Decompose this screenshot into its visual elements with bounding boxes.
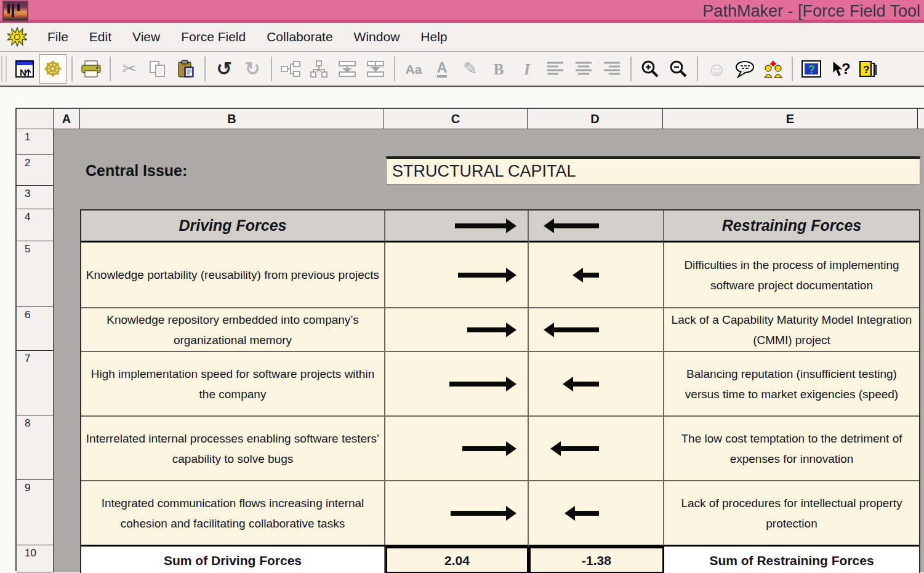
row-header-8[interactable]: 8 (17, 415, 54, 480)
svg-text:?: ? (863, 64, 869, 76)
paste-icon[interactable] (173, 55, 199, 83)
driving-force-cell[interactable]: Knowledge portability (reusability) from… (81, 242, 385, 308)
org-chart-right-icon[interactable] (278, 55, 303, 83)
row-header-2[interactable]: 2 (17, 155, 54, 186)
column-header-a[interactable]: A (54, 109, 80, 129)
menu-collaborate[interactable]: Collaborate (256, 30, 343, 44)
help-icon[interactable]: ? (798, 55, 824, 83)
force-field-table: Driving Forces Restraining Forces Sum of… (80, 209, 920, 573)
spreadsheet: ABCDE12345678910 Central Issue: STRUCTUR… (15, 108, 924, 571)
driving-arrow-icon (451, 506, 516, 521)
undo-icon[interactable]: ↺ (211, 55, 237, 83)
zoom-out-icon[interactable] (665, 55, 691, 83)
toolbar-grip[interactable] (1, 56, 7, 82)
cut-icon[interactable]: ✂ (116, 55, 142, 83)
copy-icon[interactable] (145, 55, 171, 83)
sum-restraining-label: Sum of Restraining Forces (664, 547, 919, 573)
help-topics-icon[interactable]: ? (855, 55, 881, 83)
merge-row-down-icon[interactable] (334, 55, 360, 83)
toolbar-separator (110, 57, 111, 81)
driving-force-cell[interactable]: Interrelated internal processes enabling… (81, 417, 385, 481)
row-header-5[interactable]: 5 (17, 241, 54, 307)
driving-force-cell[interactable]: High implementation speed for software p… (81, 352, 385, 417)
restraining-arrow-icon (550, 441, 599, 456)
column-header-d[interactable]: D (528, 109, 663, 129)
restraining-force-cell[interactable]: Lack of procedures for intellectual prop… (664, 481, 919, 547)
row-header-3[interactable]: 3 (17, 186, 54, 209)
restraining-force-cell[interactable]: The low cost temptation to the detriment… (664, 417, 919, 481)
sum-driving-label: Sum of Driving Forces (81, 547, 385, 573)
column-header-blank[interactable] (918, 109, 924, 129)
central-issue-input[interactable]: STRUCTURAL CAPITAL (386, 156, 920, 185)
menu-window[interactable]: Window (343, 30, 411, 44)
window-title: PathMaker - [Force Field Tool (702, 2, 920, 21)
status-smiley-icon[interactable]: ☺ (704, 55, 729, 83)
restraining-arrow-cell[interactable] (529, 308, 664, 352)
driving-arrow-cell[interactable] (385, 242, 529, 308)
toolbar-separator (697, 57, 698, 81)
driving-force-cell[interactable]: Integrated communication flows increasin… (81, 481, 385, 547)
row-header-1[interactable]: 1 (17, 129, 54, 155)
restraining-arrow-cell[interactable] (529, 352, 664, 417)
restraining-arrow-icon (563, 377, 599, 391)
restraining-force-cell[interactable]: Difficulties in the process of implement… (664, 242, 919, 308)
driving-arrow-cell[interactable] (385, 352, 529, 417)
svg-text:?: ? (808, 63, 815, 76)
font-icon[interactable]: Aa (401, 55, 427, 83)
restraining-arrow-cell[interactable] (529, 242, 664, 308)
restraining-arrow-icon (572, 268, 599, 282)
driving-arrow-cell[interactable] (385, 417, 529, 481)
new-window-icon[interactable]: N (12, 55, 38, 83)
restraining-force-cell[interactable]: Lack of a Capability Maturity Model Inte… (664, 308, 919, 352)
row-header-7[interactable]: 7 (17, 351, 54, 415)
menu-view[interactable]: View (122, 30, 171, 44)
align-right-icon[interactable] (599, 55, 625, 83)
column-header-e[interactable]: E (663, 109, 918, 129)
central-issue-label: Central Issue: (86, 156, 187, 185)
svg-text:?: ? (842, 60, 851, 77)
restraining-arrow-cell[interactable] (529, 417, 664, 481)
driving-force-cell[interactable]: Knowledge repository embedded into compa… (81, 308, 385, 352)
zoom-in-icon[interactable] (637, 55, 663, 83)
pathmaker-wheel-icon[interactable]: ☸ (40, 55, 66, 83)
merge-row-into-icon[interactable] (363, 55, 388, 83)
align-center-icon[interactable] (571, 55, 597, 83)
driving-arrow-cell[interactable] (385, 308, 529, 352)
restraining-arrow-header (529, 210, 664, 242)
restraining-arrow-icon (544, 218, 599, 233)
restraining-force-cell[interactable]: Balancing reputation (insufficient testi… (664, 352, 919, 417)
driving-arrow-icon (455, 218, 516, 233)
document-starburst-icon[interactable] (7, 27, 27, 47)
menu-file[interactable]: File (37, 30, 79, 44)
italic-icon[interactable]: I (514, 55, 540, 83)
restraining-arrow-cell[interactable] (529, 481, 664, 547)
menu-help[interactable]: Help (410, 30, 457, 44)
align-left-icon[interactable] (542, 55, 568, 83)
driving-arrow-cell[interactable] (385, 481, 529, 547)
print-icon[interactable] (78, 55, 104, 83)
column-header-b[interactable]: B (80, 109, 384, 129)
column-header-blank[interactable] (17, 109, 54, 129)
row-header-4[interactable]: 4 (17, 209, 54, 241)
redo-icon[interactable]: ↻ (239, 55, 265, 83)
toolbar-separator (792, 57, 793, 81)
menu-force-field[interactable]: Force Field (171, 30, 256, 44)
toolbar-separator (630, 57, 632, 81)
menu-edit[interactable]: Edit (79, 30, 122, 44)
add-collaborators-icon[interactable] (760, 55, 786, 83)
comments-icon[interactable] (732, 55, 758, 83)
org-chart-down-icon[interactable] (306, 55, 332, 83)
row-header-10[interactable]: 10 (17, 545, 54, 572)
row-header-6[interactable]: 6 (17, 307, 54, 351)
font-color-icon[interactable]: A (429, 55, 455, 83)
menu-bar: FileEditViewForce FieldCollaborateWindow… (0, 23, 924, 52)
row-header-9[interactable]: 9 (17, 480, 54, 545)
restraining-arrow-icon (564, 506, 599, 521)
bold-icon[interactable]: B (486, 55, 512, 83)
column-header-c[interactable]: C (384, 109, 528, 129)
restraining-forces-header: Restraining Forces (664, 210, 919, 242)
highlighter-icon[interactable]: ✎ (457, 55, 483, 83)
toolbar: N☸✂↺↻AaA✎BI☺??? (0, 52, 924, 87)
worksheet-area: ABCDE12345678910 Central Issue: STRUCTUR… (0, 88, 924, 573)
context-help-icon[interactable]: ? (827, 55, 853, 83)
